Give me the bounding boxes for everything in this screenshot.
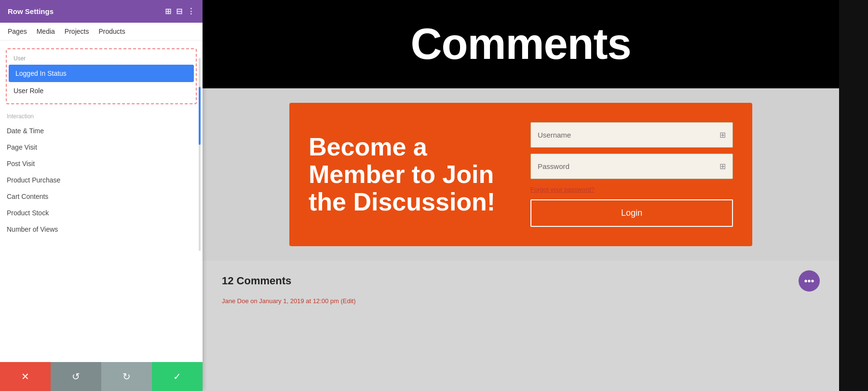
scrollbar[interactable]: [199, 58, 201, 251]
comment-edit-link[interactable]: (Edit): [340, 297, 355, 305]
panel-title: Row Settings: [8, 7, 54, 15]
panel-header: Row Settings ⊞ ⊟ ⋮: [0, 0, 203, 23]
nav-pages[interactable]: Pages: [8, 28, 27, 35]
menu-item-product-stock[interactable]: Product Stock: [6, 205, 197, 221]
username-field[interactable]: Username ⊞: [530, 122, 733, 148]
interaction-label: Interaction: [6, 108, 197, 123]
main-content: Comments Become a Member to Join the Dis…: [203, 0, 839, 391]
menu-item-product-purchase[interactable]: Product Purchase: [6, 172, 197, 188]
member-heading: Become a Member to Join the Discussion!: [309, 133, 511, 216]
comment-author-date: Jane Doe on January 1, 2019 at 12:00 pm: [222, 297, 339, 305]
left-panel: Row Settings ⊞ ⊟ ⋮ Pages Media Projects …: [0, 0, 203, 391]
cancel-button[interactable]: ✕: [0, 362, 51, 391]
expand-icon[interactable]: ⊞: [165, 7, 171, 16]
password-icon: ⊞: [719, 162, 726, 171]
menu-item-post-visit[interactable]: Post Visit: [6, 155, 197, 172]
username-placeholder: Username: [538, 131, 571, 139]
menu-item-date-time[interactable]: Date & Time: [6, 123, 197, 139]
comments-section: 12 Comments ••• Jane Doe on January 1, 2…: [203, 261, 839, 314]
confirm-button[interactable]: ✓: [152, 362, 203, 391]
comment-meta: Jane Doe on January 1, 2019 at 12:00 pm …: [222, 297, 820, 305]
hero-section: Comments: [203, 0, 839, 88]
user-section: User Logged In Status User Role: [6, 48, 197, 104]
menu-item-logged-in-status[interactable]: Logged In Status: [9, 65, 194, 82]
comments-header: 12 Comments •••: [222, 270, 820, 292]
member-form: Username ⊞ Password ⊞ Forgot your passwo…: [530, 122, 733, 227]
nav-products[interactable]: Products: [98, 28, 125, 35]
ellipsis-icon: •••: [804, 276, 814, 287]
login-button[interactable]: Login: [530, 199, 733, 227]
panel-content: User Logged In Status User Role Interact…: [0, 41, 203, 391]
menu-item-number-of-views[interactable]: Number of Views: [6, 221, 197, 237]
interaction-section: Interaction Date & Time Page Visit Post …: [0, 108, 203, 237]
redo-button[interactable]: ↻: [101, 362, 152, 391]
member-section: Become a Member to Join the Discussion! …: [203, 88, 839, 261]
username-icon: ⊞: [719, 130, 726, 140]
top-nav: Pages Media Projects Products: [0, 23, 203, 41]
scrollbar-thumb: [199, 87, 201, 145]
panel-header-icons: ⊞ ⊟ ⋮: [165, 7, 195, 16]
undo-button[interactable]: ↺: [51, 362, 101, 391]
member-card: Become a Member to Join the Discussion! …: [289, 103, 752, 246]
password-placeholder: Password: [538, 162, 570, 170]
forgot-password-link[interactable]: Forgot your password?: [530, 185, 733, 194]
menu-item-user-role[interactable]: User Role: [7, 82, 196, 99]
comments-count: 12 Comments: [222, 275, 291, 287]
right-bar: [839, 0, 868, 391]
password-field[interactable]: Password ⊞: [530, 154, 733, 179]
comments-options-button[interactable]: •••: [799, 270, 820, 292]
menu-item-page-visit[interactable]: Page Visit: [6, 139, 197, 155]
bottom-toolbar: ✕ ↺ ↻ ✓: [0, 362, 203, 391]
user-section-label: User: [7, 53, 196, 65]
nav-projects[interactable]: Projects: [65, 28, 89, 35]
collapse-icon[interactable]: ⊟: [176, 7, 182, 16]
nav-media[interactable]: Media: [37, 28, 55, 35]
more-icon[interactable]: ⋮: [187, 7, 195, 16]
menu-item-cart-contents[interactable]: Cart Contents: [6, 188, 197, 205]
hero-title: Comments: [212, 19, 829, 69]
